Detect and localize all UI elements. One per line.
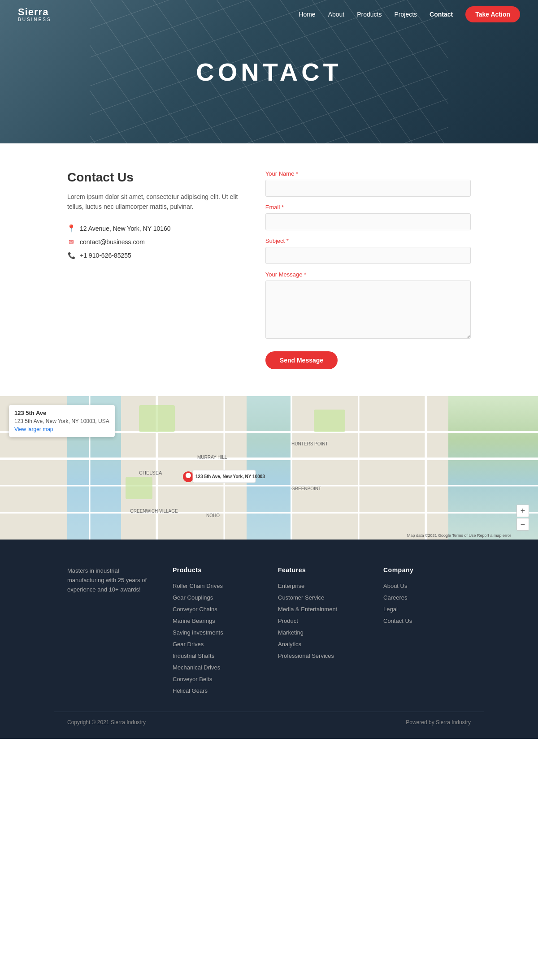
svg-text:NOHO: NOHO: [206, 513, 220, 518]
svg-text:GREENPOINT: GREENPOINT: [291, 486, 321, 491]
contact-info: Contact Us Lorem ipsum dolor sit amet, c…: [67, 170, 239, 369]
list-item: Gear Drives: [173, 640, 260, 648]
name-field-group: Your Name *: [265, 170, 471, 197]
location-pin-icon: 📍: [67, 224, 75, 233]
popup-address: 123 5th Ave, New York, NY 10003, USA: [14, 418, 109, 424]
list-item: Contact Us: [383, 617, 471, 625]
email-label: Email *: [265, 204, 471, 211]
list-item: Marketing: [278, 628, 365, 636]
name-label: Your Name *: [265, 170, 471, 177]
list-item: Professional Services: [278, 652, 365, 660]
footer-features-list: Enterprise Customer Service Media & Ente…: [278, 582, 365, 660]
nav-home[interactable]: Home: [299, 11, 315, 18]
list-item: Conveyor Belts: [173, 675, 260, 683]
navbar: Sierra BUSINESS Home About Products Proj…: [0, 0, 538, 29]
footer-features-heading: Features: [278, 566, 365, 574]
svg-text:CHELSEA: CHELSEA: [139, 470, 162, 475]
list-item: Analytics: [278, 640, 365, 648]
svg-point-26: [186, 473, 191, 478]
svg-rect-18: [126, 477, 152, 499]
footer: Masters in industrial manufacturing with…: [0, 540, 538, 739]
footer-bottom: Copyright © 2021 Sierra Industry Powered…: [54, 712, 484, 725]
list-item: Conveyor Chains: [173, 605, 260, 613]
mail-icon: ✉: [67, 238, 75, 246]
send-message-button[interactable]: Send Message: [265, 351, 338, 369]
list-item: Industrial Shafts: [173, 652, 260, 660]
list-item: Media & Entertainment: [278, 605, 365, 613]
footer-inner: Masters in industrial manufacturing with…: [54, 566, 484, 698]
map-zoom-controls: + −: [516, 505, 529, 531]
footer-products-heading: Products: [173, 566, 260, 574]
map-background: CHELSEA MURRAY HILL GREENWICH VILLAGE NO…: [0, 396, 538, 540]
message-field-group: Your Message *: [265, 271, 471, 341]
contact-email-item: ✉ contact@business.com: [67, 238, 239, 246]
list-item: Enterprise: [278, 582, 365, 590]
footer-products-col: Products Roller Chain Drives Gear Coupli…: [173, 566, 260, 698]
list-item: Gear Couplings: [173, 593, 260, 601]
map-zoom-out-button[interactable]: −: [516, 518, 529, 531]
nav-links: Home About Products Projects Contact Tak…: [299, 6, 520, 22]
brand-name: Sierra: [18, 7, 52, 17]
svg-text:123 5th Ave, New York, NY 1000: 123 5th Ave, New York, NY 10003: [195, 474, 265, 479]
footer-company-col: Company About Us Careeres Legal Contact …: [383, 566, 471, 698]
contact-address-item: 📍 12 Avenue, New York, NY 10160: [67, 224, 239, 233]
view-larger-map-link[interactable]: View larger map: [14, 426, 53, 432]
contact-section: Contact Us Lorem ipsum dolor sit amet, c…: [54, 170, 484, 369]
footer-brand: Masters in industrial manufacturing with…: [67, 566, 155, 698]
footer-brand-text: Masters in industrial manufacturing with…: [67, 566, 155, 594]
footer-products-list: Roller Chain Drives Gear Couplings Conve…: [173, 582, 260, 695]
list-item: Mechanical Drives: [173, 663, 260, 671]
brand-sub: BUSINESS: [18, 17, 52, 22]
brand-logo[interactable]: Sierra BUSINESS: [18, 7, 52, 22]
list-item: Helical Gears: [173, 686, 260, 695]
footer-company-heading: Company: [383, 566, 471, 574]
email-input[interactable]: [265, 213, 471, 230]
subject-input[interactable]: [265, 247, 471, 264]
list-item: Legal: [383, 605, 471, 613]
nav-contact[interactable]: Contact: [430, 11, 453, 18]
phone-icon: 📞: [67, 251, 75, 259]
contact-address: 12 Avenue, New York, NY 10160: [80, 225, 171, 232]
list-item: Product: [278, 617, 365, 625]
map-zoom-in-button[interactable]: +: [516, 505, 529, 517]
hero-title: CONTACT: [196, 57, 342, 86]
map-popup: 123 5th Ave 123 5th Ave, New York, NY 10…: [9, 405, 115, 437]
list-item: About Us: [383, 582, 471, 590]
take-action-button[interactable]: Take Action: [465, 6, 520, 22]
nav-projects[interactable]: Projects: [395, 11, 417, 18]
map-attribution: Map data ©2021 Google Terms of Use Repor…: [407, 533, 511, 538]
contact-phone: +1 910-626-85255: [80, 252, 131, 259]
svg-text:MURRAY HILL: MURRAY HILL: [197, 455, 227, 460]
contact-form: Your Name * Email * Subject * Your Messa…: [265, 170, 471, 369]
list-item: Roller Chain Drives: [173, 582, 260, 590]
footer-company-list: About Us Careeres Legal Contact Us: [383, 582, 471, 625]
svg-rect-16: [139, 405, 175, 432]
footer-powered: Powered by Sierra Industry: [406, 719, 471, 725]
email-field-group: Email *: [265, 204, 471, 230]
svg-rect-17: [314, 410, 345, 432]
footer-features-col: Features Enterprise Customer Service Med…: [278, 566, 365, 698]
svg-rect-2: [247, 396, 291, 540]
subject-label: Subject *: [265, 237, 471, 244]
list-item: Careeres: [383, 593, 471, 601]
popup-title: 123 5th Ave: [14, 410, 109, 416]
map-section: CHELSEA MURRAY HILL GREENWICH VILLAGE NO…: [0, 396, 538, 540]
list-item: Marine Bearings: [173, 617, 260, 625]
subject-field-group: Subject *: [265, 237, 471, 264]
footer-copyright: Copyright © 2021 Sierra Industry: [67, 719, 146, 725]
nav-products[interactable]: Products: [357, 11, 382, 18]
contact-heading: Contact Us: [67, 170, 239, 185]
contact-description: Lorem ipsum dolor sit amet, consectetur …: [67, 192, 239, 212]
list-item: Saving investments: [173, 628, 260, 636]
contact-phone-item: 📞 +1 910-626-85255: [67, 251, 239, 259]
message-label: Your Message *: [265, 271, 471, 278]
svg-text:HUNTERS POINT: HUNTERS POINT: [291, 441, 328, 446]
nav-about[interactable]: About: [328, 11, 345, 18]
contact-email-link[interactable]: contact@business.com: [80, 238, 145, 246]
message-textarea[interactable]: [265, 281, 471, 339]
svg-text:GREENWICH VILLAGE: GREENWICH VILLAGE: [130, 509, 178, 514]
list-item: Customer Service: [278, 593, 365, 601]
name-input[interactable]: [265, 180, 471, 197]
